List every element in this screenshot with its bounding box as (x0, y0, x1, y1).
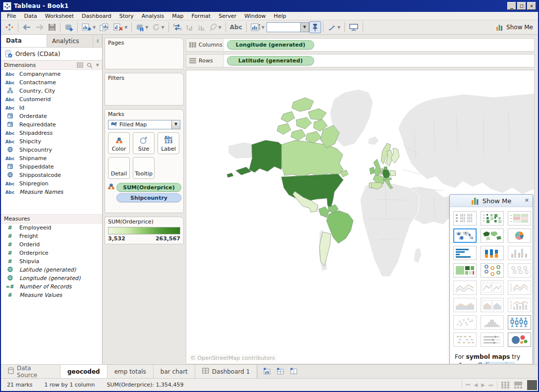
sheet-tab-data-source[interactable]: Data Source (1, 365, 60, 378)
measure-orderprice[interactable]: #Orderprice (1, 249, 102, 257)
show-me-heat-map[interactable] (508, 211, 531, 225)
color-legend-card[interactable]: SUM(Orderprice) 3,532 263,567 (105, 217, 184, 244)
show-me-text-table[interactable]: 123 123123 123123 123 (453, 211, 477, 225)
datasource-item[interactable]: Orders (CData) (1, 48, 102, 60)
pause-updates-button[interactable]: ▼ (134, 21, 150, 33)
swap-axes-button[interactable] (171, 21, 184, 33)
dimensions-menu-caret-icon[interactable]: ▼ (96, 63, 99, 67)
run-update-button[interactable]: ▼ (150, 21, 166, 33)
presentation-mode-button[interactable] (347, 21, 361, 33)
measure-shipvia[interactable]: #Shipvia (1, 257, 102, 266)
pill-sumorderprice[interactable]: SUM(Orderprice) (116, 183, 181, 192)
fit-select-dropdown-icon[interactable]: ▼ (300, 23, 309, 32)
show-me-side-by-side-circles[interactable] (508, 263, 531, 278)
dimension-orderdate[interactable]: Orderdate (1, 112, 102, 120)
tableau-start-icon[interactable] (3, 21, 16, 33)
show-me-bullet-graph[interactable] (481, 333, 504, 347)
clear-sheet-button[interactable]: ▼ (111, 21, 129, 33)
columns-shelf[interactable]: Columns Longitude (generated) (186, 38, 535, 52)
measure-longitude-generated[interactable]: Longitude (generated) (1, 274, 102, 282)
pane-options-icon[interactable]: ⇕ (93, 35, 102, 47)
show-me-scatter-plot[interactable] (453, 315, 477, 330)
show-me-highlight-table[interactable] (481, 211, 504, 225)
prev-sheet-icon[interactable]: ◀ (474, 382, 478, 388)
menu-help[interactable]: Help (270, 12, 290, 20)
menu-story[interactable]: Story (115, 12, 138, 20)
show-me-circle-views[interactable] (481, 263, 504, 278)
mark-type-dropdown-icon[interactable]: ▼ (171, 120, 180, 129)
resize-grip[interactable] (527, 380, 537, 390)
undo-button[interactable] (20, 21, 33, 33)
first-sheet-icon[interactable]: ⏮ (466, 382, 471, 388)
duplicate-sheet-button[interactable] (98, 21, 111, 33)
sheet-sorter-icon[interactable] (501, 382, 510, 389)
sort-descending-button[interactable] (196, 21, 208, 33)
show-me-continuous-lines[interactable] (453, 280, 477, 295)
menu-map[interactable]: Map (168, 12, 187, 20)
measure-employeeid[interactable]: #Employeeid (1, 224, 102, 232)
new-worksheet-button[interactable]: ▼ (80, 21, 98, 33)
pill-latitude-generated[interactable]: Latitude (generated) (227, 56, 314, 65)
show-me-treemap[interactable] (453, 263, 477, 278)
map-region-poland[interactable] (390, 170, 396, 176)
sheet-tab-geocoded[interactable]: geocoded (60, 365, 108, 378)
toolbar-show-me-button[interactable]: Show Me (496, 24, 536, 31)
redo-button[interactable] (33, 21, 46, 33)
close-button[interactable]: ✕ (527, 2, 536, 10)
show-me-pie-chart[interactable] (508, 228, 531, 243)
show-me-gantt[interactable] (453, 333, 477, 347)
menu-server[interactable]: Server (215, 12, 240, 20)
dimension-contactname[interactable]: AbcContactname (1, 78, 102, 87)
dimension-id[interactable]: AbcId (1, 104, 102, 112)
sheet-tab-bar-chart[interactable]: bar chart (154, 365, 195, 378)
mark-label-button[interactable]: Abc123Label (158, 132, 179, 154)
measure-freight[interactable]: #Freight (1, 232, 102, 240)
menu-analysis[interactable]: Analysis (138, 12, 168, 20)
mark-tooltip-button[interactable]: Tooltip (133, 157, 155, 179)
mark-color-button[interactable]: Color (108, 132, 130, 154)
view-cards-button[interactable]: ▼ (249, 21, 267, 33)
rows-shelf[interactable]: Rows Latitude (generated) (186, 54, 535, 67)
dimension-country-city[interactable]: Country, City (1, 87, 102, 95)
menu-dashboard[interactable]: Dashboard (78, 12, 115, 20)
dimension-shippostalcode[interactable]: Shippostalcode (1, 171, 102, 179)
map-region-portugal[interactable] (369, 183, 372, 188)
format-button[interactable]: ▼ (325, 21, 342, 33)
show-me-stacked-bars[interactable] (481, 246, 504, 260)
measure-orderid[interactable]: #Orderid (1, 240, 102, 249)
map-region-germany[interactable] (382, 169, 390, 178)
dimension-requireddate[interactable]: Requireddate (1, 120, 102, 129)
dimension-shipregion[interactable]: AbcShipregion (1, 179, 102, 188)
measure-measure-values[interactable]: #Measure Values (1, 291, 102, 299)
pill-longitude-generated[interactable]: Longitude (generated) (227, 40, 314, 50)
dimension-shippeddate[interactable]: Shippeddate (1, 163, 102, 171)
mark-detail-button[interactable]: Detail (108, 157, 130, 179)
show-me-area-discrete[interactable] (481, 298, 504, 312)
sheet-tab-dashboard-1[interactable]: Dashboard 1 (195, 365, 258, 378)
menu-window[interactable]: Window (240, 12, 270, 20)
minimize-button[interactable]: _ (507, 2, 516, 10)
dimension-shipcountry[interactable]: Shipcountry (1, 146, 102, 154)
fit-select[interactable]: ▼ (267, 22, 309, 32)
save-button[interactable] (46, 21, 58, 33)
menu-worksheet[interactable]: Worksheet (41, 12, 78, 20)
measure-latitude-generated[interactable]: Latitude (generated) (1, 266, 102, 274)
show-me-close-icon[interactable]: ✕ (525, 197, 529, 204)
dimension-shipcity[interactable]: AbcShipcity (1, 137, 102, 146)
fix-axes-button[interactable] (309, 21, 321, 33)
mark-size-button[interactable]: Size (133, 132, 155, 154)
dimension-shipaddress[interactable]: AbcShipaddress (1, 129, 102, 137)
abc-labels-button[interactable]: Abc (228, 21, 244, 33)
filters-shelf[interactable]: Filters (105, 73, 184, 106)
dimension-shipname[interactable]: AbcShipname (1, 154, 102, 163)
menu-format[interactable]: Format (187, 12, 215, 20)
last-sheet-icon[interactable]: ⏭ (488, 382, 493, 388)
sheet-tab-emp-totals[interactable]: emp totals (108, 365, 154, 378)
search-icon[interactable] (87, 62, 93, 68)
show-me-discrete-lines[interactable] (481, 280, 504, 295)
mark-type-select[interactable]: Filled Map ▼ (108, 120, 180, 129)
map-region-netherlands[interactable] (380, 168, 383, 171)
sort-ascending-button[interactable] (184, 21, 196, 33)
filmstrip-icon[interactable] (514, 382, 523, 389)
dimension-measure-names[interactable]: AbcMeasure Names (1, 188, 102, 196)
